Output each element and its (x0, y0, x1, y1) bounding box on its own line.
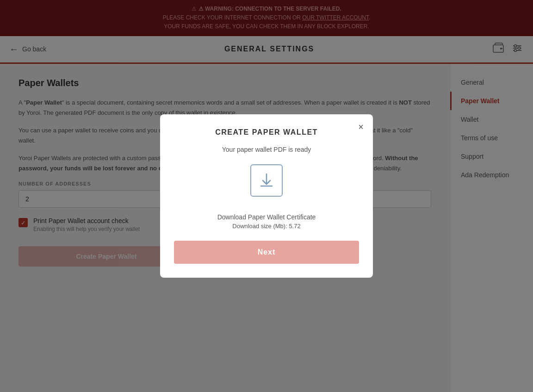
download-svg-icon (257, 171, 276, 190)
download-icon-container[interactable] (250, 164, 283, 197)
modal-title: CREATE PAPER WALLET (174, 128, 359, 137)
modal-close-button[interactable]: × (358, 122, 364, 132)
next-button[interactable]: Next (174, 241, 359, 264)
download-certificate-link[interactable]: Download Paper Wallet Certificate (174, 213, 359, 221)
download-size-text: Download size (Mb): 5.72 (174, 223, 359, 230)
modal-subtitle: Your paper wallet PDF is ready (174, 146, 359, 153)
create-paper-wallet-modal: × CREATE PAPER WALLET Your paper wallet … (160, 114, 373, 278)
modal-overlay: × CREATE PAPER WALLET Your paper wallet … (0, 0, 533, 392)
